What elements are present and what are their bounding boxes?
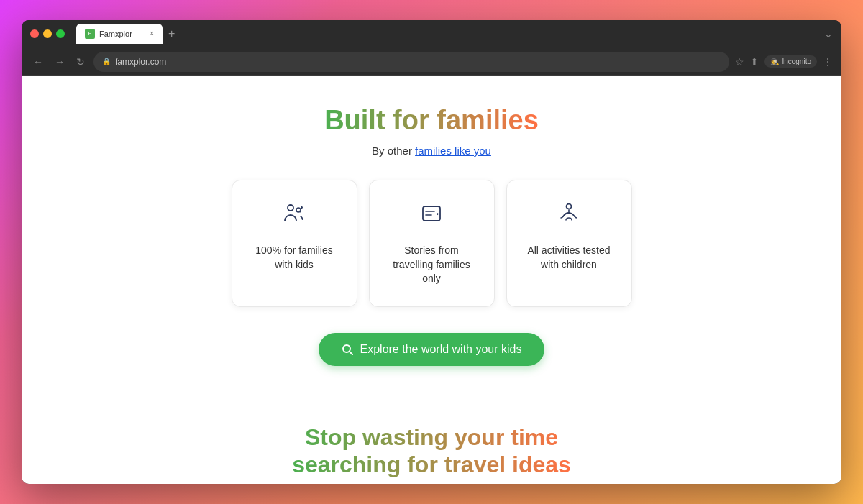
- incognito-icon: 🕵️: [770, 58, 779, 65]
- bookmark-icon[interactable]: ☆: [735, 56, 744, 68]
- feature-cards: 100% for families with kids Stories from…: [232, 180, 632, 307]
- svg-line-8: [350, 352, 352, 354]
- more-icon[interactable]: ⋮: [823, 56, 833, 68]
- back-button[interactable]: ←: [30, 53, 46, 70]
- feature-card-activities: All activities tested with children: [506, 180, 632, 307]
- section2-heading-line2: searching for travel ideas: [292, 451, 571, 478]
- feature-card-families: 100% for families with kids: [232, 180, 357, 307]
- refresh-button[interactable]: ↻: [73, 53, 88, 70]
- tab-bar: F Famxplor × +: [76, 24, 818, 44]
- activities-icon: [556, 201, 582, 232]
- feature-card-stories: Stories from travelling families only: [369, 180, 495, 307]
- forward-button[interactable]: →: [52, 53, 68, 70]
- incognito-badge: 🕵️ Incognito: [764, 55, 817, 68]
- incognito-label: Incognito: [782, 58, 811, 65]
- page-content: Built for families By other families lik…: [22, 76, 841, 484]
- stories-icon: [419, 201, 444, 232]
- browser-window: F Famxplor × + ⌄ ← → ↻ 🔒 famxplor.com ☆ …: [22, 20, 841, 484]
- sub-heading: By other families like you: [372, 145, 491, 157]
- feature-text-stories: Stories from travelling families only: [387, 244, 477, 286]
- section2-heading-line1: Stop wasting your time: [292, 423, 571, 451]
- svg-point-5: [567, 204, 572, 209]
- new-tab-button[interactable]: +: [165, 27, 178, 40]
- sub-heading-link[interactable]: families like you: [415, 145, 491, 157]
- cta-explore-button[interactable]: Explore the world with your kids: [319, 333, 545, 366]
- browser-toolbar: ← → ↻ 🔒 famxplor.com ☆ ⬆ 🕵️ Incognito ⋮: [22, 47, 841, 76]
- search-icon: [342, 344, 353, 355]
- traffic-light-red[interactable]: [30, 29, 39, 38]
- url-display: famxplor.com: [115, 57, 166, 67]
- tab-title: Famxplor: [99, 29, 145, 38]
- feature-text-activities: All activities tested with children: [524, 244, 614, 272]
- toolbar-actions: ☆ ⬆ 🕵️ Incognito ⋮: [735, 55, 833, 68]
- active-tab[interactable]: F Famxplor ×: [76, 24, 163, 44]
- traffic-lights: [30, 29, 65, 38]
- cta-button-label: Explore the world with your kids: [360, 343, 522, 356]
- feature-text-families: 100% for families with kids: [250, 244, 339, 272]
- sub-heading-prefix: By other: [372, 145, 415, 157]
- share-icon[interactable]: ⬆: [750, 56, 759, 68]
- main-heading: Built for families: [324, 105, 539, 136]
- browser-titlebar: F Famxplor × + ⌄: [22, 20, 841, 47]
- traffic-light-green[interactable]: [56, 29, 65, 38]
- tab-favicon: F: [85, 29, 95, 39]
- section2-heading: Stop wasting your time searching for tra…: [292, 423, 571, 479]
- svg-point-0: [288, 205, 293, 211]
- address-bar[interactable]: 🔒 famxplor.com: [93, 52, 729, 72]
- section-2: Stop wasting your time searching for tra…: [292, 409, 571, 484]
- families-icon: [281, 201, 307, 232]
- traffic-light-yellow[interactable]: [43, 29, 52, 38]
- tab-close-button[interactable]: ×: [150, 29, 154, 37]
- lock-icon: 🔒: [102, 58, 111, 65]
- window-more-icon[interactable]: ⌄: [824, 28, 833, 40]
